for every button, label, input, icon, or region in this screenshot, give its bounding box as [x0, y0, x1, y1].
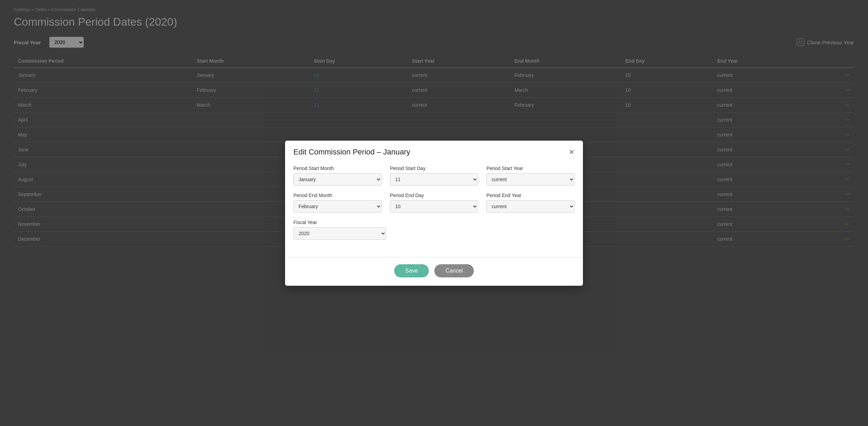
- save-button[interactable]: Save: [394, 264, 429, 277]
- modal-fiscal-year-group: Fiscal Year 201920202021: [293, 220, 386, 240]
- modal-close-button[interactable]: ✕: [569, 149, 575, 156]
- period-end-month-label: Period End Month: [293, 193, 382, 198]
- modal-title: Edit Commission Period – January: [293, 148, 410, 157]
- modal-fiscal-year-label: Fiscal Year: [293, 220, 386, 225]
- period-start-month-select[interactable]: JanuaryFebruaryMarchAprilMayJuneJulyAugu…: [293, 173, 382, 186]
- modal-overlay: Edit Commission Period – January ✕ Perio…: [0, 0, 868, 426]
- cancel-button[interactable]: Cancel: [434, 264, 474, 277]
- period-end-month-group: Period End Month JanuaryFebruaryMarchApr…: [293, 193, 382, 213]
- period-end-day-group: Period End Day 1234567891011121314151617…: [390, 193, 478, 213]
- period-end-day-select[interactable]: 1234567891011121314151617181920212223242…: [390, 200, 478, 213]
- period-start-year-group: Period Start Year currentpreviousnext201…: [486, 166, 575, 186]
- period-end-year-group: Period End Year currentpreviousnext20192…: [486, 193, 575, 213]
- period-start-month-label: Period Start Month: [293, 166, 382, 171]
- period-start-month-group: Period Start Month JanuaryFebruaryMarchA…: [293, 166, 382, 186]
- period-start-year-select[interactable]: currentpreviousnext201920202021: [486, 173, 575, 186]
- period-end-year-label: Period End Year: [486, 193, 575, 198]
- period-start-day-label: Period Start Day: [390, 166, 478, 171]
- period-start-day-select[interactable]: 1234567891011121314151617181920212223242…: [390, 173, 478, 186]
- period-end-month-select[interactable]: JanuaryFebruaryMarchAprilMayJuneJulyAugu…: [293, 200, 382, 213]
- period-end-day-label: Period End Day: [390, 193, 478, 198]
- period-start-day-group: Period Start Day 12345678910111213141516…: [390, 166, 478, 186]
- period-start-year-label: Period Start Year: [486, 166, 575, 171]
- modal-fiscal-year-select[interactable]: 201920202021: [293, 227, 386, 240]
- period-end-year-select[interactable]: currentpreviousnext201920202021: [486, 200, 575, 213]
- edit-commission-period-modal: Edit Commission Period – January ✕ Perio…: [285, 141, 583, 286]
